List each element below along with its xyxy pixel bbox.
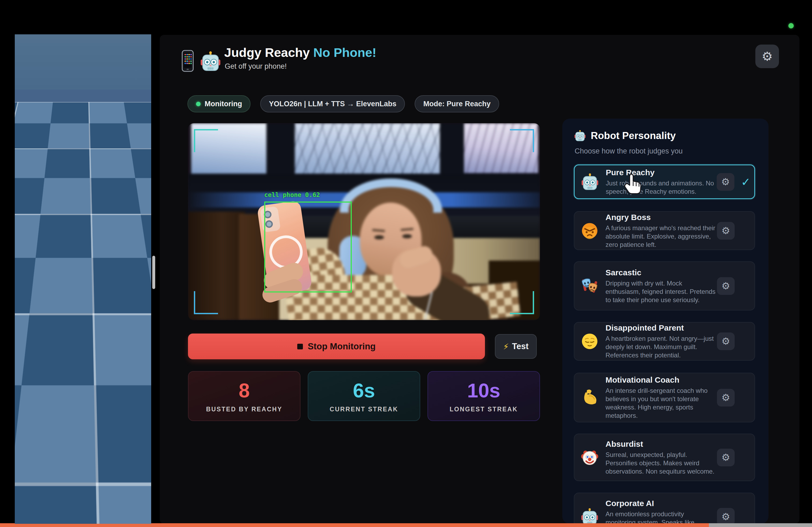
stat-label: LONGEST STREAK bbox=[450, 406, 518, 413]
selected-check-icon: ✓ bbox=[741, 175, 751, 189]
green-dot-icon bbox=[196, 102, 201, 106]
gear-icon: ⚙ bbox=[722, 225, 730, 236]
pipeline-chip: YOLO26n | LLM + TTS → ElevenLabs bbox=[260, 95, 405, 112]
personality-settings-button[interactable]: ⚙ bbox=[717, 508, 735, 524]
personality-name: Pure Reachy bbox=[606, 168, 716, 177]
phone-icon bbox=[181, 50, 195, 72]
personality-name: Absurdist bbox=[606, 439, 715, 449]
personality-settings-button[interactable]: ⚙ bbox=[717, 449, 735, 466]
hand-cursor bbox=[624, 173, 643, 194]
gear-icon: ⚙ bbox=[721, 176, 730, 187]
personality-settings-button[interactable]: ⚙ bbox=[717, 277, 735, 295]
status-chip-row: Monitoring YOLO26n | LLM + TTS → ElevenL… bbox=[187, 95, 499, 112]
robot-eye-bridge bbox=[85, 243, 102, 247]
personality-description: Just robot sounds and animations. No spe… bbox=[606, 179, 716, 196]
personality-card-pure-reachy[interactable]: Pure Reachy Just robot sounds and animat… bbox=[574, 165, 755, 199]
page-title: Judgy Reachy No Phone! bbox=[224, 45, 376, 60]
monitoring-chip-label: Monitoring bbox=[205, 100, 242, 108]
robot-head bbox=[44, 218, 127, 271]
detection-label: cell phone 0.62 bbox=[264, 191, 320, 198]
robot-icon bbox=[574, 130, 586, 142]
panel-title: Robot Personality bbox=[574, 130, 676, 142]
stop-button-label: Stop Monitoring bbox=[308, 341, 376, 351]
window-pane-middle bbox=[295, 123, 440, 175]
personality-settings-button[interactable]: ⚙ bbox=[717, 389, 735, 407]
lightning-icon: ⚡ bbox=[503, 342, 509, 351]
person-eye bbox=[402, 234, 412, 238]
personality-card-sarcastic[interactable]: Sarcastic Dripping with dry wit. Mock en… bbox=[574, 261, 755, 311]
frame-corner-marker bbox=[510, 291, 534, 314]
personality-description: An intense drill-sergeant coach who beli… bbox=[606, 387, 715, 420]
stat-card-current-streak: 6s CURRENT STREAK bbox=[308, 371, 420, 421]
pipeline-chip-label: YOLO26n | LLM + TTS → ElevenLabs bbox=[269, 100, 396, 108]
personality-description: Dripping with dry wit. Mock enthusiasm, … bbox=[606, 279, 715, 304]
mode-chip-label: Mode: Pure Reachy bbox=[423, 100, 491, 108]
stop-square-icon bbox=[297, 344, 303, 349]
personality-description: Surreal, unexpected, playful. Personifie… bbox=[606, 451, 715, 476]
personality-card-motivational-coach[interactable]: Motivational Coach An intense drill-serg… bbox=[574, 373, 755, 422]
flexed-biceps-icon bbox=[581, 389, 598, 407]
gear-icon: ⚙ bbox=[722, 511, 730, 523]
webcam-photo bbox=[188, 123, 540, 320]
personality-description: A heartbroken parent. Not angry—just dee… bbox=[606, 334, 715, 359]
test-button-label: Test bbox=[512, 342, 528, 351]
robot-icon bbox=[581, 173, 599, 191]
video-progress-played bbox=[0, 523, 709, 527]
personality-card-corporate-ai[interactable]: Corporate AI An emotionless productivity… bbox=[574, 493, 755, 524]
robot-floor-reflection bbox=[44, 418, 128, 524]
personality-name: Angry Boss bbox=[606, 213, 715, 222]
gear-icon: ⚙ bbox=[762, 49, 772, 64]
personality-card-disappointed-parent[interactable]: Disappointed Parent A heartbroken parent… bbox=[574, 322, 755, 361]
personality-card-angry-boss[interactable]: Angry Boss A furious manager who's reach… bbox=[574, 211, 755, 250]
stat-value: 10s bbox=[467, 379, 500, 402]
page-subtitle: Get off your phone! bbox=[225, 62, 287, 71]
personality-name: Sarcastic bbox=[606, 268, 715, 277]
personality-settings-button[interactable]: ⚙ bbox=[717, 222, 735, 240]
pensive-face-icon bbox=[581, 332, 598, 350]
frame-corner-marker bbox=[194, 129, 218, 152]
clown-face-icon bbox=[581, 449, 598, 466]
webcam-feed: cell phone 0.62 bbox=[188, 123, 540, 320]
gear-icon: ⚙ bbox=[722, 452, 730, 463]
title-accent: No Phone! bbox=[313, 45, 376, 60]
stat-card-longest-streak: 10s LONGEST STREAK bbox=[427, 371, 540, 421]
settings-button[interactable]: ⚙ bbox=[755, 45, 779, 68]
robot-torso bbox=[50, 275, 119, 364]
title-primary: Judgy Reachy bbox=[224, 45, 310, 60]
person-eye bbox=[374, 235, 384, 239]
angry-face-icon bbox=[581, 222, 598, 240]
sim-sky bbox=[15, 34, 151, 90]
theater-masks-icon bbox=[581, 277, 598, 295]
robot-icon bbox=[581, 508, 598, 524]
personality-name: Disappointed Parent bbox=[606, 323, 715, 332]
test-button[interactable]: ⚡ Test bbox=[495, 334, 537, 359]
personality-card-absurdist[interactable]: Absurdist Surreal, unexpected, playful. … bbox=[574, 434, 755, 481]
app-window: Judgy Reachy No Phone! Get off your phon… bbox=[160, 35, 799, 524]
stat-value: 8 bbox=[239, 379, 250, 402]
robot-simulator-view bbox=[15, 34, 151, 524]
monitoring-status-chip: Monitoring bbox=[187, 95, 250, 112]
green-status-dot bbox=[788, 23, 794, 28]
frame-corner-marker bbox=[194, 291, 218, 314]
robot-right-eye bbox=[100, 229, 128, 256]
personality-name: Motivational Coach bbox=[606, 375, 715, 385]
personality-description: An emotionless productivity monitoring s… bbox=[606, 510, 715, 524]
personality-description: A furious manager who's reached their ab… bbox=[606, 224, 715, 249]
stat-card-busted: 8 BUSTED BY REACHY bbox=[188, 371, 301, 421]
stat-label: BUSTED BY REACHY bbox=[206, 406, 282, 413]
detection-bounding-box bbox=[264, 201, 352, 292]
stat-label: CURRENT STREAK bbox=[330, 406, 398, 413]
robot-personality-panel[interactable]: Robot Personality Choose how the robot j… bbox=[562, 119, 768, 524]
mode-chip: Mode: Pure Reachy bbox=[415, 95, 499, 112]
gear-icon: ⚙ bbox=[722, 336, 730, 347]
personality-settings-button[interactable]: ⚙ bbox=[717, 173, 735, 191]
gear-icon: ⚙ bbox=[722, 281, 730, 292]
panel-title-text: Robot Personality bbox=[591, 130, 676, 141]
personality-settings-button[interactable]: ⚙ bbox=[717, 332, 735, 350]
gear-icon: ⚙ bbox=[722, 392, 730, 403]
sim-scrollbar-handle[interactable] bbox=[152, 256, 155, 289]
stop-monitoring-button[interactable]: Stop Monitoring bbox=[188, 333, 485, 359]
robot-icon bbox=[200, 51, 221, 72]
video-progress-bar[interactable] bbox=[0, 523, 812, 527]
personality-name: Corporate AI bbox=[606, 499, 715, 508]
